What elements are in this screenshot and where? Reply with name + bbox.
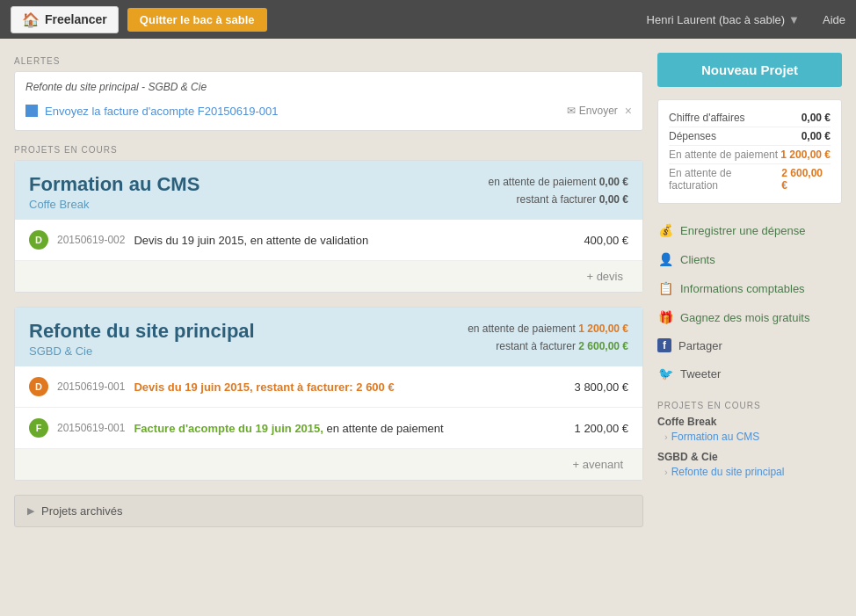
- project-amounts-refonte: en attente de paiement 1 200,00 € restan…: [468, 320, 628, 356]
- row-desc-highlight-3: Facture d'acompte du 19 juin 2015,: [134, 422, 323, 435]
- project-body-refonte: D 20150619-001 Devis du 19 juin 2015, re…: [15, 366, 642, 449]
- project-client-formation: Coffe Break: [29, 198, 199, 211]
- action-comptables[interactable]: 📋 Informations comptables: [657, 274, 842, 303]
- project-footer-refonte: + avenant: [15, 449, 642, 480]
- stats-box: Chiffre d'affaires 0,00 € Dépenses 0,00 …: [657, 99, 842, 204]
- comptables-label: Informations comptables: [680, 282, 805, 295]
- sidebar-client-sgbd: SGBD & Cie: [657, 451, 842, 463]
- project-card-formation: Formation au CMS Coffe Break en attente …: [14, 160, 643, 293]
- stat-value-depenses: 0,00 €: [802, 130, 831, 142]
- new-project-button[interactable]: Nouveau Projet: [657, 53, 842, 87]
- project-header-formation: Formation au CMS Coffe Break en attente …: [15, 161, 642, 220]
- project-card-refonte: Refonte du site principal SGBD & Cie en …: [14, 307, 643, 481]
- waiting-value-2: 1 200,00 €: [578, 322, 628, 335]
- table-row: D 20150619-002 Devis du 19 juin 2015, en…: [15, 220, 642, 261]
- remaining-value-1: 0,00 €: [599, 193, 628, 206]
- clients-label: Clients: [680, 253, 715, 266]
- alertes-section-label: ALERTES: [14, 56, 643, 66]
- project-footer-formation: + devis: [15, 261, 642, 292]
- alerte-close-btn[interactable]: ×: [625, 104, 632, 118]
- row-badge-f: F: [29, 418, 48, 438]
- waiting-value-1: 0,00 €: [599, 176, 628, 188]
- sidebar-actions: 💰 Enregistrer une dépense 👤 Clients 📋 In…: [657, 216, 842, 388]
- quit-sandbox-button[interactable]: Quitter le bac à sable: [127, 8, 267, 32]
- twitter-icon: 🐦: [657, 366, 673, 381]
- archived-label: Projets archivés: [41, 504, 122, 518]
- user-menu[interactable]: Henri Laurent (bac à sable) ▼: [647, 13, 800, 26]
- alertes-project-name: Refonte du site principal - SGBD & Cie: [25, 81, 632, 93]
- facebook-icon: f: [657, 338, 671, 352]
- project-title-refonte: Refonte du site principal: [29, 320, 255, 343]
- row-ref-3: 20150619-001: [57, 422, 125, 434]
- row-ref-1: 20150619-002: [57, 234, 125, 246]
- projets-section-label: PROJETS EN COURS: [14, 145, 643, 155]
- action-partager[interactable]: f Partager: [657, 332, 842, 359]
- action-depense[interactable]: 💰 Enregistrer une dépense: [657, 216, 842, 245]
- action-gratuits[interactable]: 🎁 Gagnez des mois gratuits: [657, 303, 842, 332]
- home-logo-button[interactable]: 🏠 Freelancer: [11, 6, 119, 33]
- user-dropdown-arrow: ▼: [788, 13, 800, 26]
- alerte-invoice-link[interactable]: Envoyez la facture d'acompte F20150619-0…: [45, 105, 560, 118]
- row-amount-3: 1 200,00 €: [575, 422, 628, 435]
- add-avenant-button[interactable]: + avenant: [568, 456, 628, 473]
- row-desc-highlight-2: Devis du 19 juin 2015, restant à facture…: [134, 380, 394, 394]
- arrow-right-icon-2: ›: [664, 467, 668, 477]
- sidebar-project-name-formation: Formation au CMS: [671, 431, 760, 443]
- envoyer-label: Envoyer: [579, 105, 618, 117]
- row-badge-d1: D: [29, 230, 48, 250]
- action-clients[interactable]: 👤 Clients: [657, 245, 842, 274]
- sidebar-project-name-refonte: Refonte du site principal: [671, 466, 785, 478]
- project-title-formation: Formation au CMS: [29, 173, 199, 196]
- row-amount-1: 400,00 €: [584, 234, 628, 247]
- archived-arrow-icon: ▶: [27, 505, 34, 517]
- row-badge-d2: D: [29, 377, 48, 396]
- depense-label: Enregistrer une dépense: [680, 224, 805, 237]
- row-desc-3: Facture d'acompte du 19 juin 2015, en at…: [134, 422, 565, 435]
- envelope-icon: ✉: [567, 105, 576, 117]
- sidebar-project-link-refonte[interactable]: › Refonte du site principal: [657, 465, 842, 479]
- table-row: D 20150619-001 Devis du 19 juin 2015, re…: [15, 366, 642, 408]
- alerte-envoyer-btn[interactable]: ✉ Envoyer: [567, 105, 618, 117]
- project-body-formation: D 20150619-002 Devis du 19 juin 2015, en…: [15, 220, 642, 261]
- stat-row-attente-facturation: En attente de facturation 2 600,00 €: [669, 164, 831, 194]
- user-label: Henri Laurent (bac à sable): [647, 13, 786, 26]
- sidebar-project-group-coffe: Coffe Break › Formation au CMS: [657, 416, 842, 444]
- left-column: ALERTES Refonte du site principal - SGBD…: [14, 53, 643, 527]
- depense-icon: 💰: [657, 222, 673, 238]
- stat-label-attente-paiement: En attente de paiement: [669, 149, 778, 161]
- alerte-row: Envoyez la facture d'acompte F20150619-0…: [25, 100, 632, 121]
- row-desc-2: Devis du 19 juin 2015, restant à facture…: [134, 380, 565, 394]
- header: 🏠 Freelancer Quitter le bac à sable Henr…: [0, 0, 856, 39]
- sidebar-projects-section-label: PROJETS EN COURS: [657, 401, 842, 410]
- partager-label: Partager: [678, 339, 722, 352]
- home-icon: 🏠: [22, 11, 40, 28]
- tweeter-label: Tweeter: [680, 367, 721, 380]
- logo-label: Freelancer: [45, 12, 107, 26]
- clients-icon: 👤: [657, 251, 673, 267]
- row-amount-2: 3 800,00 €: [575, 380, 628, 394]
- arrow-right-icon: ›: [664, 431, 668, 442]
- archived-projects-bar[interactable]: ▶ Projets archivés: [14, 495, 643, 527]
- stat-value-attente-paiement: 1 200,00 €: [780, 149, 831, 161]
- project-header-refonte: Refonte du site principal SGBD & Cie en …: [15, 308, 642, 366]
- sidebar-project-link-formation[interactable]: › Formation au CMS: [657, 430, 842, 444]
- alertes-box: Refonte du site principal - SGBD & Cie E…: [14, 71, 643, 131]
- stat-value-chiffre: 0,00 €: [802, 112, 831, 124]
- row-ref-2: 20150619-001: [57, 380, 125, 393]
- remaining-value-2: 2 600,00 €: [578, 340, 628, 352]
- sidebar-client-coffe: Coffe Break: [657, 416, 842, 428]
- right-sidebar: Nouveau Projet Chiffre d'affaires 0,00 €…: [657, 53, 842, 527]
- project-client-refonte: SGBD & Cie: [29, 344, 255, 358]
- remaining-label-1: restant à facturer: [517, 193, 597, 206]
- action-tweeter[interactable]: 🐦 Tweeter: [657, 359, 842, 388]
- sidebar-project-group-sgbd: SGBD & Cie › Refonte du site principal: [657, 451, 842, 479]
- add-devis-button[interactable]: + devis: [581, 268, 628, 285]
- waiting-label-1: en attente de paiement: [489, 176, 597, 188]
- main-layout: ALERTES Refonte du site principal - SGBD…: [0, 39, 856, 541]
- stat-value-attente-facturation: 2 600,00 €: [781, 167, 831, 192]
- aide-link[interactable]: Aide: [823, 13, 845, 26]
- table-row: F 20150619-001 Facture d'acompte du 19 j…: [15, 408, 642, 449]
- gratuits-label: Gagnez des mois gratuits: [680, 311, 809, 324]
- stat-label-chiffre: Chiffre d'affaires: [669, 112, 745, 124]
- comptables-icon: 📋: [657, 280, 673, 296]
